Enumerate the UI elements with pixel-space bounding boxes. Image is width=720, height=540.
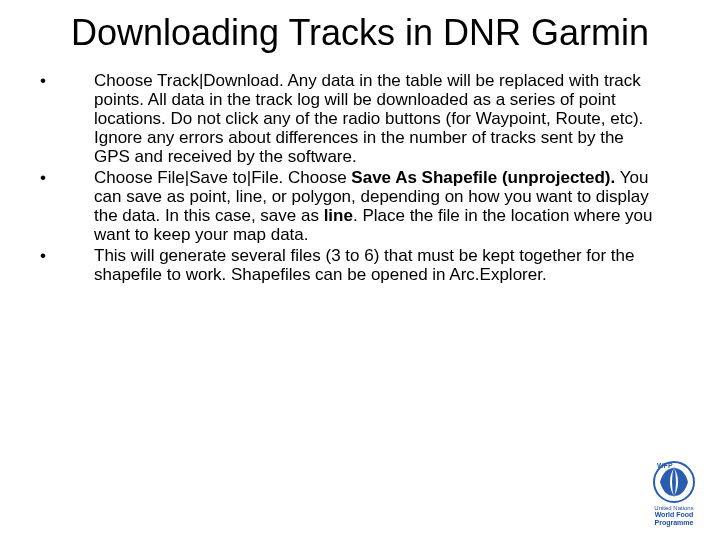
list-item: • This will generate several files (3 to… bbox=[38, 246, 660, 284]
body-content: • Choose Track|Download. Any data in the… bbox=[0, 53, 720, 284]
bullet-text: Choose Track|Download. Any data in the t… bbox=[94, 71, 660, 166]
bullet-marker: • bbox=[38, 71, 94, 90]
bullet-list: • Choose Track|Download. Any data in the… bbox=[38, 71, 660, 284]
logo-caption: United Nations World Food Programme bbox=[646, 505, 702, 526]
slide: Downloading Tracks in DNR Garmin • Choos… bbox=[0, 0, 720, 540]
logo-line2: World Food bbox=[655, 511, 694, 518]
list-item: • Choose Track|Download. Any data in the… bbox=[38, 71, 660, 166]
wfp-logo: WFP United Nations World Food Programme bbox=[646, 460, 702, 526]
list-item: • Choose File|Save to|File. Choose Save … bbox=[38, 168, 660, 244]
bullet-text: This will generate several files (3 to 6… bbox=[94, 246, 660, 284]
bullet-marker: • bbox=[38, 168, 94, 187]
bullet-text: Choose File|Save to|File. Choose Save As… bbox=[94, 168, 660, 244]
page-title: Downloading Tracks in DNR Garmin bbox=[0, 0, 720, 53]
bullet-marker: • bbox=[38, 246, 94, 265]
logo-line3: Programme bbox=[655, 519, 694, 526]
svg-text:WFP: WFP bbox=[657, 462, 673, 469]
wfp-logo-icon: WFP bbox=[652, 460, 696, 504]
